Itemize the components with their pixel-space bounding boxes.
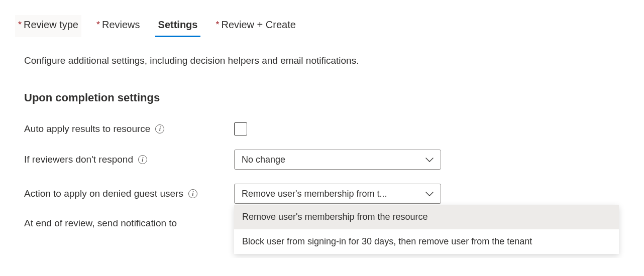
tab-label: Review type [24,19,78,31]
chevron-down-icon [425,189,434,199]
label-text: Action to apply on denied guest users [24,188,183,199]
dropdown-denied-action: Remove user's membership from the resour… [234,205,619,254]
tab-label: Settings [158,19,198,31]
tab-label: Review + Create [221,19,295,31]
select-denied-action[interactable]: Remove user's membership from t... [234,184,441,204]
tab-settings[interactable]: Settings [155,15,201,37]
tab-label: Reviews [102,19,140,31]
dropdown-item-block-user[interactable]: Block user from signing-in for 30 days, … [234,229,619,254]
dropdown-item-remove-membership[interactable]: Remove user's membership from the resour… [234,205,619,229]
row-no-respond: If reviewers don't respond i No change [24,150,629,170]
label-end-notify: At end of review, send notification to [24,218,234,229]
required-asterisk: * [96,20,100,30]
info-icon[interactable]: i [188,189,197,198]
page-description: Configure additional settings, including… [24,55,629,66]
row-auto-apply: Auto apply results to resource i [24,122,629,135]
tabs-bar: * Review type * Reviews Settings * Revie… [15,15,629,37]
label-no-respond: If reviewers don't respond i [24,154,234,165]
tab-review-create[interactable]: * Review + Create [212,15,298,37]
chevron-down-icon [425,155,434,165]
dropdown-wrap: Remove user's membership from t... Remov… [234,184,441,204]
label-text: Auto apply results to resource [24,123,150,134]
select-value: Remove user's membership from t... [242,189,387,199]
required-asterisk: * [216,20,219,30]
required-asterisk: * [18,20,22,30]
dropdown-item-label: Block user from signing-in for 30 days, … [242,236,532,246]
label-text: If reviewers don't respond [24,154,133,165]
info-icon[interactable]: i [138,155,147,164]
label-auto-apply: Auto apply results to resource i [24,123,234,134]
select-no-respond[interactable]: No change [234,150,441,170]
dropdown-item-label: Remove user's membership from the resour… [242,212,428,222]
info-icon[interactable]: i [155,124,164,133]
checkbox-auto-apply[interactable] [234,122,247,135]
tab-review-type[interactable]: * Review type [15,15,81,37]
section-title: Upon completion settings [24,91,629,104]
select-value: No change [242,155,285,165]
row-denied-action: Action to apply on denied guest users i … [24,184,629,204]
label-denied-action: Action to apply on denied guest users i [24,188,234,199]
label-text: At end of review, send notification to [24,218,177,229]
tab-reviews[interactable]: * Reviews [93,15,143,37]
